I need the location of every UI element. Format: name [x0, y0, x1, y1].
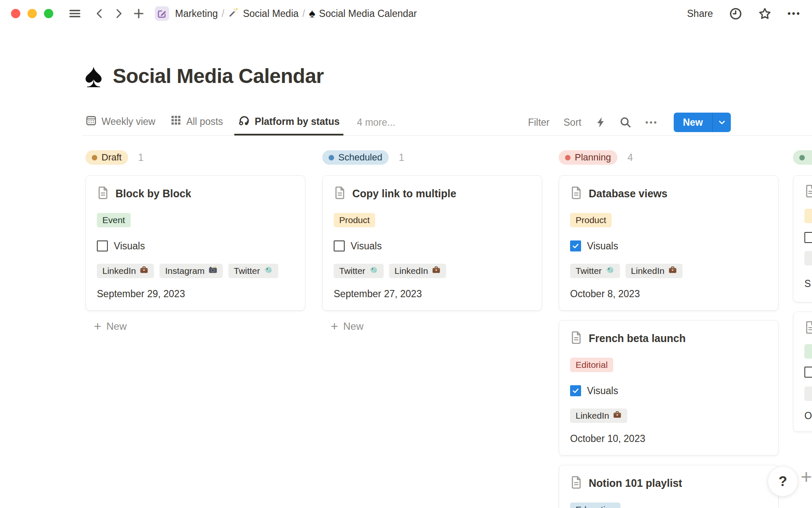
page-icon: [804, 320, 812, 336]
column-header[interactable]: Planning 4: [559, 150, 779, 165]
status-dot-icon: [799, 155, 805, 160]
platform-tag-twitter: Twitter: [570, 264, 620, 278]
board-column-partial: S O: [793, 150, 812, 441]
platform-tag-twitter: Twitter: [228, 264, 278, 278]
status-dot-icon: [565, 155, 571, 160]
checkbox-unchecked[interactable]: [804, 232, 812, 243]
zoom-window-button[interactable]: [44, 9, 53, 18]
forward-icon[interactable]: [113, 8, 124, 19]
page-icon: [804, 184, 812, 200]
new-button-dropdown[interactable]: [712, 113, 731, 132]
category-tag: Editorial: [570, 358, 613, 372]
platform-tag-instagram: Instagram: [159, 264, 222, 278]
spade-icon: ♠: [309, 8, 315, 19]
breadcrumb-item-marketing[interactable]: Marketing: [175, 8, 218, 19]
status-badge: [793, 150, 812, 165]
search-icon[interactable]: [620, 116, 631, 128]
window-controls: [11, 9, 53, 18]
magic-wand-icon: [228, 7, 239, 20]
card-copy-link-to-multiple[interactable]: Copy link to multiple Product Visuals Tw…: [322, 175, 542, 311]
breadcrumb: Marketing / Social Media / ♠ Social Medi…: [175, 7, 417, 20]
checkbox-unchecked[interactable]: [334, 240, 345, 251]
card-notion-101-playlist[interactable]: Notion 101 playlist Education: [559, 465, 779, 508]
breadcrumb-item-social-media[interactable]: Social Media: [228, 7, 299, 20]
briefcase-icon: [613, 410, 622, 421]
tab-label: All posts: [186, 116, 223, 127]
card-title: Block by Block: [115, 188, 191, 200]
card-title: Copy link to multiple: [352, 188, 456, 200]
page-spade-icon: ♠: [85, 58, 103, 94]
view-options-icon[interactable]: •••: [645, 118, 658, 127]
page-header: ♠ Social Media Calendar: [85, 58, 324, 94]
card-database-views[interactable]: Database views Product Visuals Twitter L…: [559, 175, 779, 311]
briefcase-icon: [432, 265, 441, 276]
close-window-button[interactable]: [11, 9, 20, 18]
tab-label: Platform by status: [255, 116, 340, 127]
column-header[interactable]: [793, 150, 812, 165]
board-column-draft: Draft 1 Block by Block Event Visuals Lin…: [85, 150, 305, 333]
column-header[interactable]: Draft 1: [85, 150, 305, 165]
column-header[interactable]: Scheduled 1: [322, 150, 542, 165]
breadcrumb-item-social-media-calendar[interactable]: ♠ Social Media Calendar: [309, 8, 417, 19]
checkbox-checked[interactable]: [570, 385, 581, 396]
breadcrumb-separator: /: [302, 8, 305, 19]
card-block-by-block[interactable]: Block by Block Event Visuals LinkedIn In…: [85, 175, 305, 311]
checkbox-unchecked[interactable]: [804, 367, 812, 378]
card-french-beta-launch[interactable]: French beta launch Editorial Visuals Lin…: [559, 320, 779, 456]
more-views-button[interactable]: 4 more...: [357, 117, 395, 128]
bird-icon: [369, 265, 378, 276]
sidebar-toggle-icon[interactable]: [69, 7, 81, 20]
plus-icon: +: [331, 320, 338, 333]
minimize-window-button[interactable]: [27, 9, 37, 18]
board-column-planning: Planning 4 Database views Product Visual…: [559, 150, 779, 508]
add-card-button[interactable]: + New: [331, 320, 542, 333]
card-partial[interactable]: O: [793, 312, 812, 432]
grid-icon: [170, 115, 181, 128]
platform-tag-linkedin: LinkedIn: [97, 264, 154, 278]
card-partial[interactable]: S: [793, 175, 812, 302]
card-date: October 8, 2023: [570, 288, 767, 300]
column-count: 1: [399, 152, 404, 163]
checkbox-checked[interactable]: [570, 240, 581, 251]
add-column-plus-icon[interactable]: +: [801, 467, 812, 486]
page-icon: [97, 186, 109, 202]
back-icon[interactable]: [94, 8, 105, 19]
automation-bolt-icon[interactable]: [595, 116, 606, 128]
breadcrumb-separator: /: [222, 8, 224, 19]
view-tabs: Weekly view All posts Platform by status: [82, 109, 351, 135]
filter-button[interactable]: Filter: [528, 117, 549, 128]
add-card-button[interactable]: + New: [94, 320, 305, 333]
tab-all-posts[interactable]: All posts: [167, 109, 227, 135]
status-dot-icon: [92, 155, 97, 160]
new-button-label[interactable]: New: [674, 113, 712, 132]
category-tag: Education: [570, 502, 620, 508]
status-label: Draft: [102, 152, 122, 163]
new-page-icon[interactable]: [133, 8, 145, 19]
status-dot-icon: [329, 155, 334, 160]
checkbox-label: Visuals: [587, 385, 618, 397]
calendar-icon: [85, 115, 97, 129]
page-icon: [570, 186, 582, 202]
checkbox-unchecked[interactable]: [97, 240, 108, 251]
share-button[interactable]: Share: [687, 8, 713, 19]
card-date: O: [804, 410, 812, 422]
new-button[interactable]: New: [674, 113, 731, 132]
updates-clock-icon[interactable]: [729, 7, 742, 20]
card-date: S: [804, 278, 812, 290]
favorite-star-icon[interactable]: [758, 7, 771, 20]
window-topbar: Marketing / Social Media / ♠ Social Medi…: [0, 0, 812, 27]
card-date: September 27, 2023: [334, 288, 531, 300]
help-button[interactable]: ?: [768, 466, 798, 497]
card-title: French beta launch: [589, 332, 686, 345]
platform-tag-twitter: Twitter: [334, 264, 384, 278]
card-date: October 10, 2023: [570, 433, 767, 444]
breadcrumb-label: Social Media Calendar: [319, 8, 417, 19]
checkbox-label: Visuals: [114, 240, 145, 252]
tab-weekly-view[interactable]: Weekly view: [82, 109, 159, 135]
platform-tag-linkedin: LinkedIn: [625, 264, 683, 278]
sort-button[interactable]: Sort: [564, 117, 582, 128]
tab-platform-by-status[interactable]: Platform by status: [234, 109, 343, 135]
compose-icon: [155, 6, 169, 21]
more-options-icon[interactable]: •••: [787, 8, 801, 19]
checkbox-label: Visuals: [587, 240, 618, 252]
